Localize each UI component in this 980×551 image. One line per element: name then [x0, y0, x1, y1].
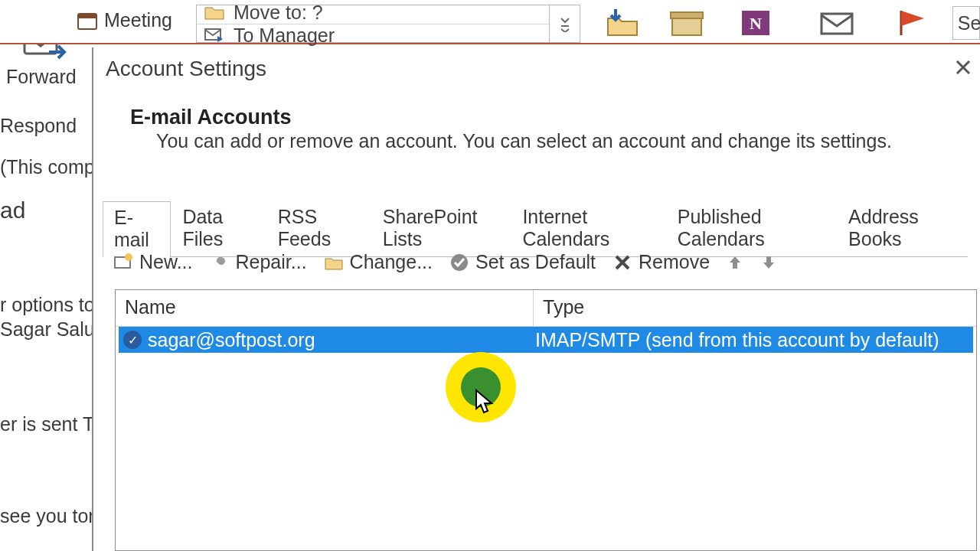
mark-unread-button[interactable]: [810, 5, 864, 41]
account-type: IMAP/SMTP (send from this account by def…: [535, 329, 939, 351]
check-circle-icon: [449, 253, 469, 272]
set-default-button[interactable]: Set as Default: [449, 251, 596, 273]
meeting-icon: [77, 10, 98, 31]
svg-text:N: N: [750, 14, 762, 33]
follow-up-button[interactable]: [887, 5, 940, 41]
bg-text: (This comp: [0, 156, 95, 178]
change-button[interactable]: Change...: [324, 251, 433, 273]
tab-data-files[interactable]: Data Files: [171, 201, 266, 256]
close-icon: [954, 58, 972, 77]
onenote-icon: N: [739, 6, 773, 40]
bg-text: see you tom: [0, 505, 104, 527]
account-row[interactable]: ✓ sagar@softpost.org IMAP/SMTP (send fro…: [119, 327, 973, 353]
section-description: You can add or remove an account. You ca…: [156, 130, 892, 152]
onenote-button[interactable]: N: [729, 5, 782, 41]
tab-published-calendars[interactable]: Published Calendars: [666, 201, 837, 256]
move-button[interactable]: [596, 5, 649, 41]
respond-group-label: Respond: [0, 115, 77, 137]
forward-button[interactable]: Forward: [6, 66, 77, 88]
flag-icon: [897, 8, 930, 38]
envelope-icon: [818, 8, 855, 38]
dialog-title: Account Settings: [106, 57, 266, 81]
mail-forward-icon: [204, 27, 224, 44]
svg-rect-5: [671, 12, 703, 18]
tab-sharepoint-lists[interactable]: SharePoint Lists: [371, 201, 511, 256]
tabstrip: E-mail Data Files RSS Feeds SharePoint L…: [103, 201, 968, 257]
move-down-button[interactable]: [760, 254, 777, 271]
ribbon: Meeting Move to: ? To Manager N Se: [0, 0, 980, 44]
new-mail-icon: [113, 253, 133, 272]
folder-gear-icon: [324, 253, 344, 272]
bg-text: ad: [0, 197, 25, 223]
account-name: sagar@softpost.org: [148, 329, 315, 351]
bg-text: r options to: [0, 294, 95, 316]
folder-move-icon: [204, 4, 224, 21]
col-header-name[interactable]: Name: [116, 290, 534, 327]
col-header-type[interactable]: Type: [534, 290, 976, 327]
tab-internet-calendars[interactable]: Internet Calendars: [511, 201, 665, 256]
quick-steps-gallery[interactable]: Move to: ? To Manager: [196, 5, 580, 43]
quickstep-tomanager[interactable]: To Manager: [234, 24, 335, 47]
close-button[interactable]: [948, 52, 978, 83]
arrow-up-icon: [727, 254, 743, 271]
account-settings-dialog: Account Settings E-mail Accounts You can…: [92, 47, 980, 551]
archive-box-icon: [668, 6, 706, 40]
quickstep-moveto[interactable]: Move to: ?: [234, 2, 323, 24]
section-heading: E-mail Accounts: [130, 106, 292, 129]
svg-rect-2: [78, 14, 96, 18]
quick-steps-dropdown[interactable]: [549, 5, 580, 42]
accounts-grid: Name Type ✓ sagar@softpost.org IMAP/SMTP…: [115, 289, 977, 551]
chevron-down-icon: [560, 15, 570, 32]
bg-text: er is sent T: [0, 413, 94, 435]
move-folder-icon: [603, 6, 642, 40]
repair-button[interactable]: Repair...: [209, 251, 306, 273]
rules-button[interactable]: [660, 5, 714, 41]
remove-button[interactable]: Remove: [612, 251, 710, 273]
default-check-icon: ✓: [123, 331, 142, 349]
arrow-down-icon: [760, 254, 777, 271]
svg-rect-4: [672, 17, 701, 35]
x-icon: [612, 253, 632, 272]
svg-point-10: [125, 253, 132, 261]
wrench-icon: [209, 253, 229, 272]
account-toolbar: New... Repair... Change... Set as Defaul…: [113, 251, 777, 273]
move-up-button[interactable]: [727, 254, 743, 271]
svg-rect-8: [822, 14, 852, 34]
tab-rss-feeds[interactable]: RSS Feeds: [266, 201, 371, 256]
tab-email[interactable]: E-mail: [103, 201, 171, 257]
meeting-button[interactable]: Meeting: [104, 9, 172, 31]
new-button[interactable]: New...: [113, 251, 192, 273]
search-fragment[interactable]: Se: [952, 6, 980, 40]
tab-address-books[interactable]: Address Books: [837, 201, 968, 256]
